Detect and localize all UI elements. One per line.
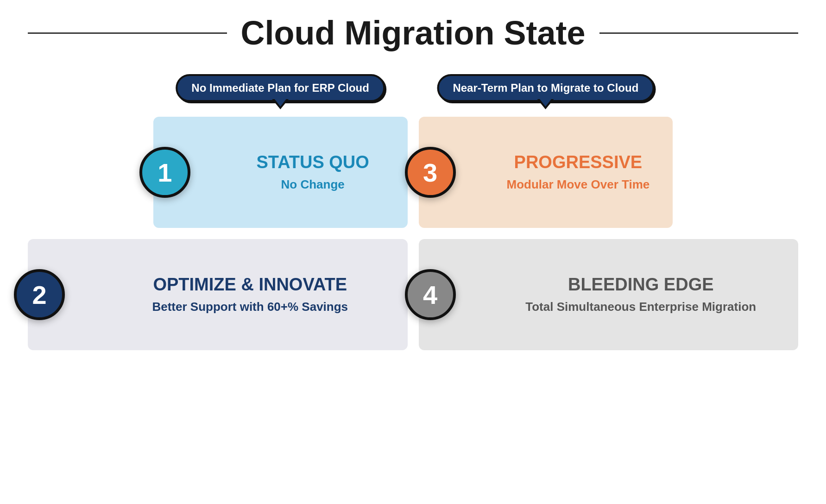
- tooltip-banner-1: No Immediate Plan for ERP Cloud: [176, 74, 385, 102]
- card1-subtitle: No Change: [281, 177, 345, 193]
- badge-2: 2: [14, 269, 65, 320]
- card4-subtitle: Total Simultaneous Enterprise Migration: [525, 299, 756, 315]
- card4-content: BLEEDING EDGE Total Simultaneous Enterpr…: [479, 275, 776, 315]
- page-title-container: Cloud Migration State: [28, 9, 798, 57]
- card3-content: PROGRESSIVE Modular Move Over Time: [479, 152, 650, 193]
- badge-4: 4: [405, 269, 456, 320]
- card1-wrapper: No Immediate Plan for ERP Cloud 1 STATUS…: [153, 98, 408, 228]
- card3-wrapper: Near-Term Plan to Migrate to Cloud 3 PRO…: [419, 98, 673, 228]
- card-4: 4 BLEEDING EDGE Total Simultaneous Enter…: [419, 239, 799, 350]
- card3-subtitle: Modular Move Over Time: [507, 177, 650, 193]
- card4-title: BLEEDING EDGE: [568, 275, 714, 295]
- title-line-left: [28, 32, 227, 34]
- top-row: No Immediate Plan for ERP Cloud 1 STATUS…: [153, 98, 673, 228]
- page-title: Cloud Migration State: [227, 14, 599, 52]
- badge-3: 3: [405, 147, 456, 198]
- card-3: 3 PROGRESSIVE Modular Move Over Time: [419, 117, 673, 228]
- tooltip-banner-2: Near-Term Plan to Migrate to Cloud: [437, 74, 654, 102]
- card-2: 2 OPTIMIZE & INNOVATE Better Support wit…: [28, 239, 408, 350]
- card1-title: STATUS QUO: [256, 152, 369, 172]
- card1-content: STATUS QUO No Change: [214, 152, 385, 193]
- card2-content: OPTIMIZE & INNOVATE Better Support with …: [88, 275, 385, 315]
- badge-1: 1: [139, 147, 190, 198]
- card2-subtitle: Better Support with 60+% Savings: [152, 299, 348, 315]
- bottom-row: 2 OPTIMIZE & INNOVATE Better Support wit…: [28, 239, 798, 350]
- title-line-right: [599, 32, 799, 34]
- card3-title: PROGRESSIVE: [514, 152, 643, 172]
- card-1: 1 STATUS QUO No Change: [153, 117, 408, 228]
- card2-title: OPTIMIZE & INNOVATE: [153, 275, 347, 295]
